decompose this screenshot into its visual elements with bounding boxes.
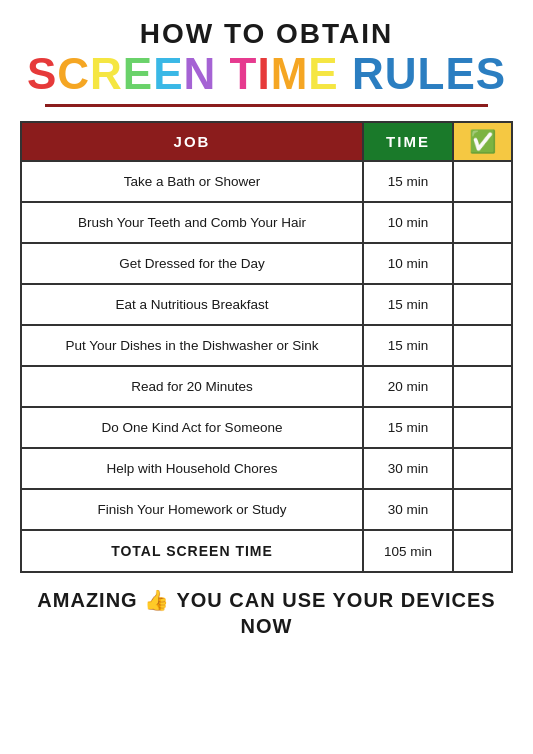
row-check-5: [452, 367, 511, 406]
title-screen-time: SCREEN TIME RULES: [27, 52, 506, 96]
row-time-3: 15 min: [362, 285, 452, 324]
row-time-0: 15 min: [362, 162, 452, 201]
row-time-7: 30 min: [362, 449, 452, 488]
table-row: Take a Bath or Shower 15 min: [22, 160, 511, 201]
table-row: Do One Kind Act for Someone 15 min: [22, 406, 511, 447]
row-job-1: Brush Your Teeth and Comb Your Hair: [22, 203, 362, 242]
total-checkmark: [452, 531, 511, 571]
row-job-8: Finish Your Homework or Study: [22, 490, 362, 529]
row-time-2: 10 min: [362, 244, 452, 283]
row-check-8: [452, 490, 511, 529]
table-row: Get Dressed for the Day 10 min: [22, 242, 511, 283]
row-job-2: Get Dressed for the Day: [22, 244, 362, 283]
row-job-0: Take a Bath or Shower: [22, 162, 362, 201]
header-time: TIME: [362, 123, 452, 160]
row-check-2: [452, 244, 511, 283]
footer-text: AMAZING 👍 YOU CAN USE YOUR DEVICES NOW: [20, 587, 513, 639]
table-row: Finish Your Homework or Study 30 min: [22, 488, 511, 529]
title-divider: [45, 104, 489, 107]
total-time: 105 min: [362, 531, 452, 571]
table-total-row: TOTAL SCREEN TIME 105 min: [22, 529, 511, 571]
row-time-5: 20 min: [362, 367, 452, 406]
row-job-4: Put Your Dishes in the Dishwasher or Sin…: [22, 326, 362, 365]
row-check-7: [452, 449, 511, 488]
row-job-5: Read for 20 Minutes: [22, 367, 362, 406]
row-job-6: Do One Kind Act for Someone: [22, 408, 362, 447]
row-check-0: [452, 162, 511, 201]
row-time-4: 15 min: [362, 326, 452, 365]
row-time-6: 15 min: [362, 408, 452, 447]
header-job: JOB: [22, 123, 362, 160]
row-check-3: [452, 285, 511, 324]
row-time-8: 30 min: [362, 490, 452, 529]
row-time-1: 10 min: [362, 203, 452, 242]
row-job-3: Eat a Nutritious Breakfast: [22, 285, 362, 324]
check-circle-icon: ✅: [469, 129, 496, 155]
total-label: TOTAL SCREEN TIME: [22, 531, 362, 571]
main-table: JOB TIME ✅ Take a Bath or Shower 15 min …: [20, 121, 513, 573]
row-check-4: [452, 326, 511, 365]
table-header-row: JOB TIME ✅: [22, 123, 511, 160]
table-row: Eat a Nutritious Breakfast 15 min: [22, 283, 511, 324]
row-check-1: [452, 203, 511, 242]
table-row: Brush Your Teeth and Comb Your Hair 10 m…: [22, 201, 511, 242]
row-job-7: Help with Household Chores: [22, 449, 362, 488]
header-check: ✅: [452, 123, 511, 160]
title-how: HOW TO OBTAIN: [140, 18, 394, 50]
table-row: Help with Household Chores 30 min: [22, 447, 511, 488]
table-row: Read for 20 Minutes 20 min: [22, 365, 511, 406]
row-check-6: [452, 408, 511, 447]
table-row: Put Your Dishes in the Dishwasher or Sin…: [22, 324, 511, 365]
